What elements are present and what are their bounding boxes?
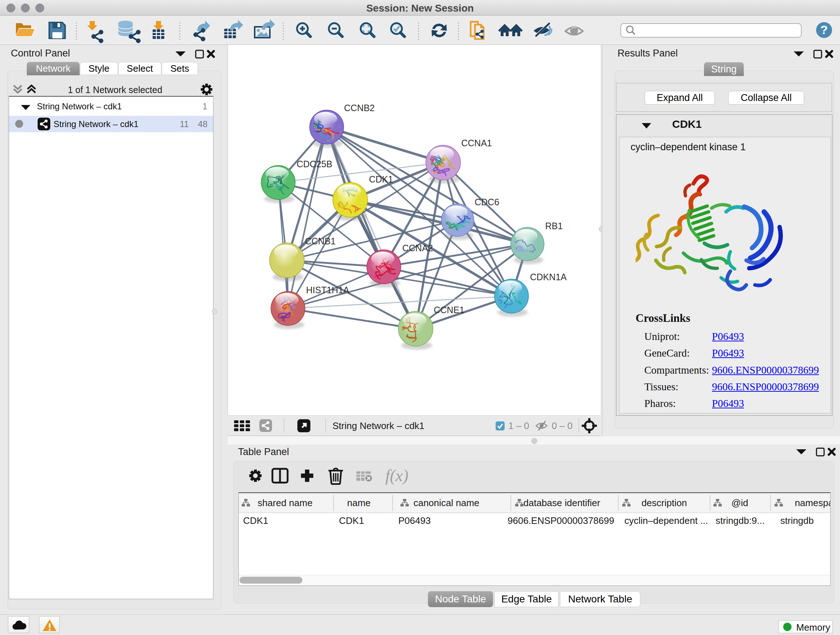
svg-text:shared name: shared name [257,497,313,508]
svg-text:CDK1: CDK1 [243,515,268,526]
svg-text:description: description [641,497,687,508]
svg-text:P06493: P06493 [398,515,431,526]
svg-text:CCNB1: CCNB1 [305,236,336,246]
svg-text:?: ? [821,23,828,36]
svg-text:@id: @id [731,497,748,508]
svg-text:f(x): f(x) [385,466,409,485]
svg-text:RB1: RB1 [545,221,563,231]
svg-text:CDC25B: CDC25B [297,159,332,169]
svg-text:CDC6: CDC6 [475,197,499,207]
svg-text:CDK1: CDK1 [369,174,393,184]
svg-text:CCNA2: CCNA2 [402,243,433,253]
svg-text:0 – 0: 0 – 0 [552,420,573,431]
svg-text:CDKN1A: CDKN1A [530,272,567,282]
svg-text:CDK1: CDK1 [339,515,364,526]
svg-text:String Network – cdk1: String Network – cdk1 [332,420,424,431]
svg-text:name: name [347,497,370,508]
svg-text:stringdb:9...: stringdb:9... [715,515,765,526]
svg-text:1 – 0: 1 – 0 [508,420,529,431]
svg-text:canonical name: canonical name [414,497,479,508]
svg-text:CCNA1: CCNA1 [461,138,492,148]
svg-text:CCNE1: CCNE1 [434,305,464,315]
svg-text:stringdb: stringdb [780,515,814,526]
svg-text:9606.ENSP00000378699: 9606.ENSP00000378699 [508,515,614,526]
svg-text:CCNB2: CCNB2 [344,103,375,113]
svg-text:cyclin–dependent ...: cyclin–dependent ... [624,515,708,526]
svg-text:namespace: namespace [795,497,830,508]
svg-text:database identifier: database identifier [523,497,600,508]
svg-text:HIST1H1A: HIST1H1A [306,285,349,295]
